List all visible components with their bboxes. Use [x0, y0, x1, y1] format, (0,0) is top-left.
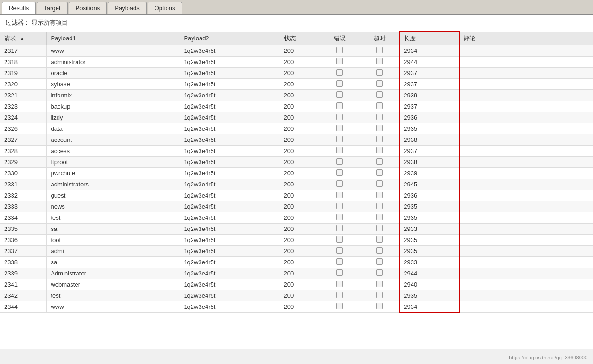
table-row[interactable]: 2335sa1q2w3e4r5t2002933 [0, 224, 593, 235]
checkbox[interactable] [376, 47, 383, 53]
tab-positions[interactable]: Positions [69, 2, 107, 14]
cell-timeout[interactable] [360, 123, 400, 134]
cell-timeout[interactable] [360, 235, 400, 246]
cell-error[interactable] [320, 257, 360, 268]
cell-error[interactable] [320, 235, 360, 246]
checkbox[interactable] [336, 69, 343, 76]
cell-timeout[interactable] [360, 112, 400, 123]
checkbox[interactable] [336, 258, 343, 265]
cell-timeout[interactable] [360, 279, 400, 290]
checkbox[interactable] [376, 114, 383, 120]
table-container[interactable]: 请求 ▲ Payload1 Payload2 状态 错误 超时 长度 评论 23… [0, 31, 593, 349]
table-row[interactable]: 2333news1q2w3e4r5t2002935 [0, 201, 593, 212]
cell-error[interactable] [320, 279, 360, 290]
table-row[interactable]: 2320sybase1q2w3e4r5t2002937 [0, 79, 593, 90]
table-row[interactable]: 2326data1q2w3e4r5t2002935 [0, 123, 593, 134]
cell-timeout[interactable] [360, 190, 400, 201]
table-row[interactable]: 2339Administrator1q2w3e4r5t2002944 [0, 268, 593, 279]
checkbox[interactable] [376, 169, 383, 176]
cell-error[interactable] [320, 68, 360, 79]
table-row[interactable]: 2344www1q2w3e4r5t2002934 [0, 301, 593, 313]
cell-timeout[interactable] [360, 79, 400, 90]
checkbox[interactable] [376, 192, 383, 198]
cell-timeout[interactable] [360, 101, 400, 112]
cell-error[interactable] [320, 146, 360, 157]
checkbox[interactable] [376, 80, 383, 87]
checkbox[interactable] [336, 136, 343, 142]
table-row[interactable]: 2334test1q2w3e4r5t2002935 [0, 212, 593, 224]
checkbox[interactable] [376, 236, 383, 243]
checkbox[interactable] [336, 91, 343, 98]
checkbox[interactable] [336, 147, 343, 153]
checkbox[interactable] [336, 192, 343, 198]
checkbox[interactable] [336, 203, 343, 209]
cell-error[interactable] [320, 224, 360, 235]
checkbox[interactable] [336, 214, 343, 220]
table-row[interactable]: 2329ftproot1q2w3e4r5t2002938 [0, 157, 593, 168]
cell-timeout[interactable] [360, 90, 400, 101]
cell-error[interactable] [320, 90, 360, 101]
checkbox[interactable] [336, 58, 343, 64]
checkbox[interactable] [336, 169, 343, 176]
cell-error[interactable] [320, 246, 360, 257]
table-row[interactable]: 2328access1q2w3e4r5t2002937 [0, 146, 593, 157]
col-header-payload2[interactable]: Payload2 [180, 32, 280, 45]
table-row[interactable]: 2319oracle1q2w3e4r5t2002937 [0, 68, 593, 79]
cell-error[interactable] [320, 268, 360, 279]
col-header-request[interactable]: 请求 ▲ [0, 32, 47, 45]
checkbox[interactable] [336, 180, 343, 187]
checkbox[interactable] [376, 303, 383, 309]
checkbox[interactable] [336, 269, 343, 276]
table-row[interactable]: 2321informix1q2w3e4r5t2002939 [0, 90, 593, 101]
checkbox[interactable] [376, 247, 383, 254]
cell-error[interactable] [320, 168, 360, 179]
checkbox[interactable] [376, 102, 383, 109]
cell-error[interactable] [320, 45, 360, 57]
cell-error[interactable] [320, 157, 360, 168]
cell-error[interactable] [320, 179, 360, 190]
checkbox[interactable] [376, 269, 383, 276]
cell-error[interactable] [320, 57, 360, 68]
table-row[interactable]: 2324lizdy1q2w3e4r5t2002936 [0, 112, 593, 123]
checkbox[interactable] [336, 80, 343, 87]
checkbox[interactable] [376, 203, 383, 209]
cell-error[interactable] [320, 290, 360, 301]
cell-timeout[interactable] [360, 179, 400, 190]
checkbox[interactable] [336, 125, 343, 131]
cell-timeout[interactable] [360, 246, 400, 257]
col-header-payload1[interactable]: Payload1 [47, 32, 180, 45]
checkbox[interactable] [336, 236, 343, 243]
cell-timeout[interactable] [360, 134, 400, 146]
tab-options[interactable]: Options [148, 2, 182, 14]
checkbox[interactable] [376, 147, 383, 153]
col-header-error[interactable]: 错误 [320, 32, 360, 45]
checkbox[interactable] [376, 158, 383, 165]
cell-error[interactable] [320, 201, 360, 212]
cell-error[interactable] [320, 101, 360, 112]
cell-timeout[interactable] [360, 224, 400, 235]
checkbox[interactable] [376, 180, 383, 187]
checkbox[interactable] [376, 258, 383, 265]
table-row[interactable]: 2330pwrchute1q2w3e4r5t2002939 [0, 168, 593, 179]
checkbox[interactable] [336, 47, 343, 53]
tab-payloads[interactable]: Payloads [108, 2, 146, 14]
checkbox[interactable] [336, 292, 343, 298]
table-row[interactable]: 2341webmaster1q2w3e4r5t2002940 [0, 279, 593, 290]
checkbox[interactable] [376, 91, 383, 98]
cell-error[interactable] [320, 190, 360, 201]
table-row[interactable]: 2317www1q2w3e4r5t2002934 [0, 45, 593, 57]
cell-timeout[interactable] [360, 301, 400, 313]
table-row[interactable]: 2323backup1q2w3e4r5t2002937 [0, 101, 593, 112]
table-row[interactable]: 2338sa1q2w3e4r5t2002933 [0, 257, 593, 268]
col-header-length[interactable]: 长度 [400, 32, 459, 45]
checkbox[interactable] [376, 214, 383, 220]
cell-timeout[interactable] [360, 201, 400, 212]
cell-timeout[interactable] [360, 168, 400, 179]
checkbox[interactable] [336, 158, 343, 165]
tab-target[interactable]: Target [37, 2, 67, 14]
checkbox[interactable] [376, 58, 383, 64]
cell-timeout[interactable] [360, 146, 400, 157]
checkbox[interactable] [336, 225, 343, 231]
tab-results[interactable]: Results [2, 2, 36, 14]
cell-timeout[interactable] [360, 68, 400, 79]
